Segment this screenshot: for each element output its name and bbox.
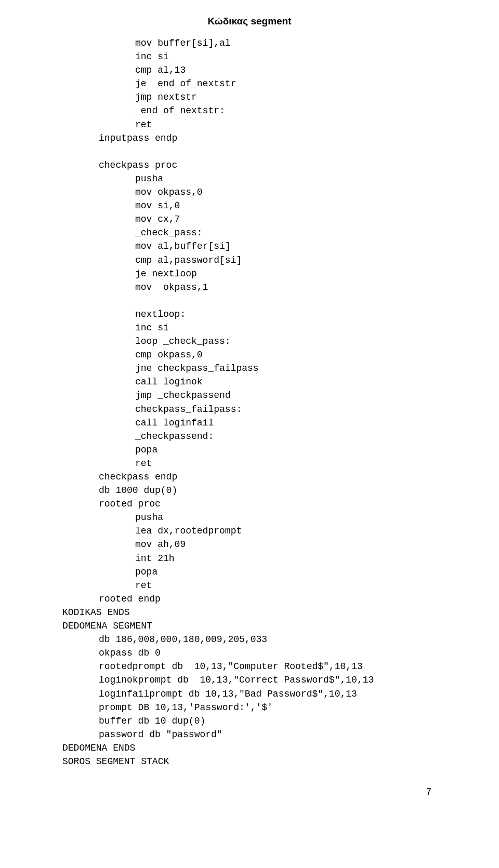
code-line: mov buffer[si],al (62, 36, 437, 50)
code-line: cmp al,13 (62, 63, 437, 77)
code-line: pusha (62, 511, 437, 524)
code-line: checkpass endp (62, 470, 437, 484)
code-line: mov okpass,1 (62, 281, 437, 294)
code-line: nextloop: (62, 308, 437, 321)
code-line: password db "password" (62, 728, 437, 741)
page-title: Κώδικας segment (62, 16, 437, 27)
code-line: je nextloop (62, 267, 437, 281)
code-line: inc si (62, 50, 437, 63)
code-line (62, 294, 437, 308)
code-line: cmp al,password[si] (62, 253, 437, 267)
code-line: pusha (62, 172, 437, 185)
code-line: okpass db 0 (62, 646, 437, 660)
page-number: 7 (62, 786, 437, 797)
code-line: db 186,008,000,180,009,205,033 (62, 633, 437, 646)
document-page: Κώδικας segment mov buffer[si],alinc sic… (0, 0, 499, 818)
code-line: loginfailprompt db 10,13,"Bad Password$"… (62, 687, 437, 701)
code-line: mov si,0 (62, 199, 437, 212)
code-line: jmp _checkpassend (62, 389, 437, 402)
code-line: jmp nextstr (62, 90, 437, 104)
code-line: checkpass_failpass: (62, 403, 437, 416)
code-line: mov okpass,0 (62, 185, 437, 199)
code-line: rootedprompt db 10,13,"Computer Rooted$"… (62, 660, 437, 673)
code-line: mov cx,7 (62, 212, 437, 226)
code-line: rooted endp (62, 592, 437, 606)
code-line: _check_pass: (62, 226, 437, 239)
code-line: popa (62, 565, 437, 579)
code-line: je _end_of_nextstr (62, 77, 437, 90)
code-line: call loginok (62, 375, 437, 389)
code-line: inputpass endp (62, 131, 437, 145)
code-line: jne checkpass_failpass (62, 362, 437, 375)
code-line: SOROS SEGMENT STACK (62, 755, 437, 768)
code-line: int 21h (62, 552, 437, 565)
code-line: loginokprompt db 10,13,"Correct Password… (62, 673, 437, 687)
code-line: KODIKAS ENDS (62, 606, 437, 619)
code-line: loop _check_pass: (62, 335, 437, 348)
code-listing: mov buffer[si],alinc sicmp al,13je _end_… (62, 36, 437, 768)
code-line: mov ah,09 (62, 538, 437, 551)
code-line: DEDOMENA SEGMENT (62, 619, 437, 633)
code-line: prompt DB 10,13,'Password:','$' (62, 701, 437, 714)
code-line: _end_of_nextstr: (62, 104, 437, 117)
code-line: rooted proc (62, 497, 437, 511)
code-line: checkpass proc (62, 158, 437, 172)
code-line: inc si (62, 321, 437, 335)
code-line: DEDOMENA ENDS (62, 741, 437, 755)
code-line: mov al,buffer[si] (62, 239, 437, 253)
code-line (62, 145, 437, 158)
code-line: popa (62, 443, 437, 457)
code-line: ret (62, 457, 437, 470)
code-line: ret (62, 118, 437, 131)
code-line: _checkpassend: (62, 430, 437, 443)
code-line: db 1000 dup(0) (62, 484, 437, 497)
code-line: call loginfail (62, 416, 437, 430)
code-line: ret (62, 579, 437, 592)
code-line: lea dx,rootedprompt (62, 524, 437, 538)
code-line: buffer db 10 dup(0) (62, 714, 437, 728)
code-line: cmp okpass,0 (62, 348, 437, 362)
